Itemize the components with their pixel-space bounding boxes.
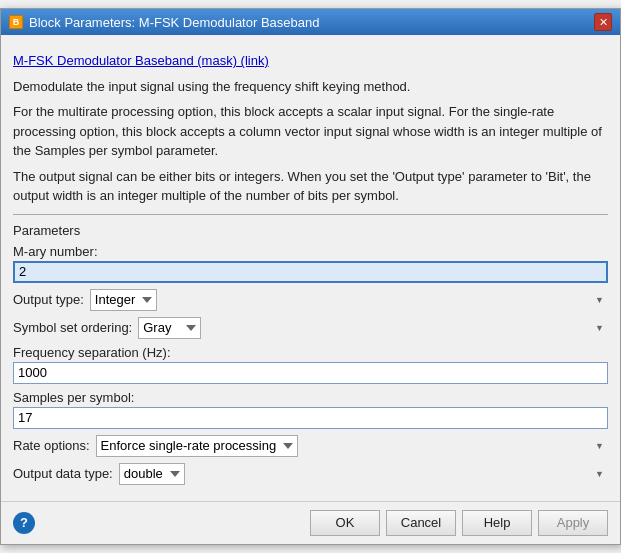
output-data-type-select[interactable]: double single int8 uint8 int16 uint16 in… <box>119 463 185 485</box>
symbol-ordering-select[interactable]: Gray Binary <box>138 317 201 339</box>
block-link[interactable]: M-FSK Demodulator Baseband (mask) (link) <box>13 53 269 68</box>
rate-options-row: Rate options: Enforce single-rate proces… <box>13 435 608 457</box>
samples-per-symbol-input[interactable] <box>13 407 608 429</box>
footer: ? OK Cancel Help Apply <box>1 501 620 544</box>
output-type-wrapper: Integer Bit <box>90 289 608 311</box>
output-data-type-label: Output data type: <box>13 466 113 481</box>
content-area: M-FSK Demodulator Baseband (mask) (link)… <box>1 35 620 501</box>
freq-sep-input[interactable] <box>13 362 608 384</box>
mary-number-input[interactable] <box>13 261 608 283</box>
output-data-type-row: Output data type: double single int8 uin… <box>13 463 608 485</box>
samples-per-symbol-label: Samples per symbol: <box>13 390 608 405</box>
mary-number-label: M-ary number: <box>13 244 608 259</box>
samples-per-symbol-group: Samples per symbol: <box>13 390 608 429</box>
freq-sep-label: Frequency separation (Hz): <box>13 345 608 360</box>
freq-sep-group: Frequency separation (Hz): <box>13 345 608 384</box>
cancel-button[interactable]: Cancel <box>386 510 456 536</box>
title-bar: B Block Parameters: M-FSK Demodulator Ba… <box>1 9 620 35</box>
help-button[interactable]: Help <box>462 510 532 536</box>
symbol-ordering-row: Symbol set ordering: Gray Binary <box>13 317 608 339</box>
rate-options-wrapper: Enforce single-rate processing Allow mul… <box>96 435 608 457</box>
rate-options-label: Rate options: <box>13 438 90 453</box>
apply-button[interactable]: Apply <box>538 510 608 536</box>
symbol-ordering-wrapper: Gray Binary <box>138 317 608 339</box>
output-type-row: Output type: Integer Bit <box>13 289 608 311</box>
ok-button[interactable]: OK <box>310 510 380 536</box>
close-button[interactable]: ✕ <box>594 13 612 31</box>
output-type-select[interactable]: Integer Bit <box>90 289 157 311</box>
header-link-line: M-FSK Demodulator Baseband (mask) (link) <box>13 51 608 71</box>
section-divider <box>13 214 608 215</box>
help-icon-button[interactable]: ? <box>13 512 35 534</box>
output-type-label: Output type: <box>13 292 84 307</box>
description3: The output signal can be either bits or … <box>13 167 608 206</box>
rate-options-select[interactable]: Enforce single-rate processing Allow mul… <box>96 435 298 457</box>
title-bar-left: B Block Parameters: M-FSK Demodulator Ba… <box>9 15 319 30</box>
description1: Demodulate the input signal using the fr… <box>13 77 608 97</box>
main-window: B Block Parameters: M-FSK Demodulator Ba… <box>0 8 621 545</box>
mary-number-group: M-ary number: <box>13 244 608 283</box>
window-icon: B <box>9 15 23 29</box>
description2: For the multirate processing option, thi… <box>13 102 608 161</box>
parameters-label: Parameters <box>13 223 608 238</box>
output-data-type-wrapper: double single int8 uint8 int16 uint16 in… <box>119 463 608 485</box>
symbol-ordering-label: Symbol set ordering: <box>13 320 132 335</box>
footer-buttons: OK Cancel Help Apply <box>310 510 608 536</box>
window-title: Block Parameters: M-FSK Demodulator Base… <box>29 15 319 30</box>
